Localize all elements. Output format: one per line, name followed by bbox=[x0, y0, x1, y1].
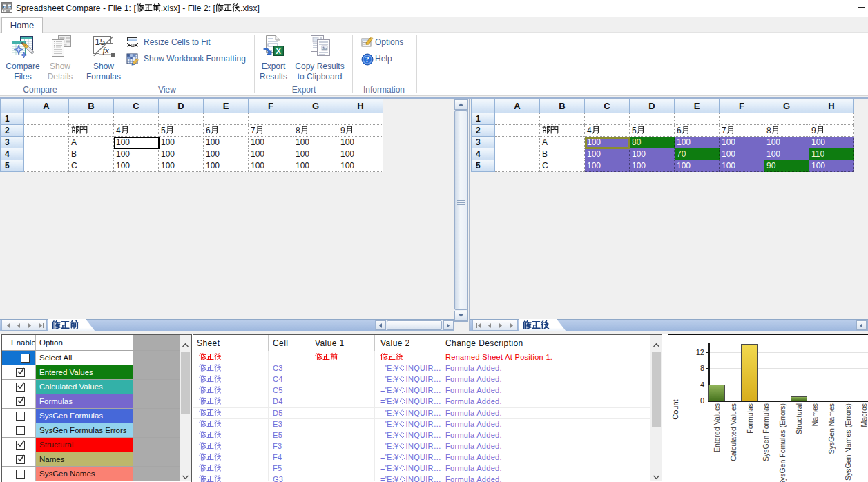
svg-text:fx: fx bbox=[103, 45, 110, 55]
svg-text:?: ? bbox=[365, 55, 369, 64]
svg-text:X: X bbox=[276, 47, 282, 55]
